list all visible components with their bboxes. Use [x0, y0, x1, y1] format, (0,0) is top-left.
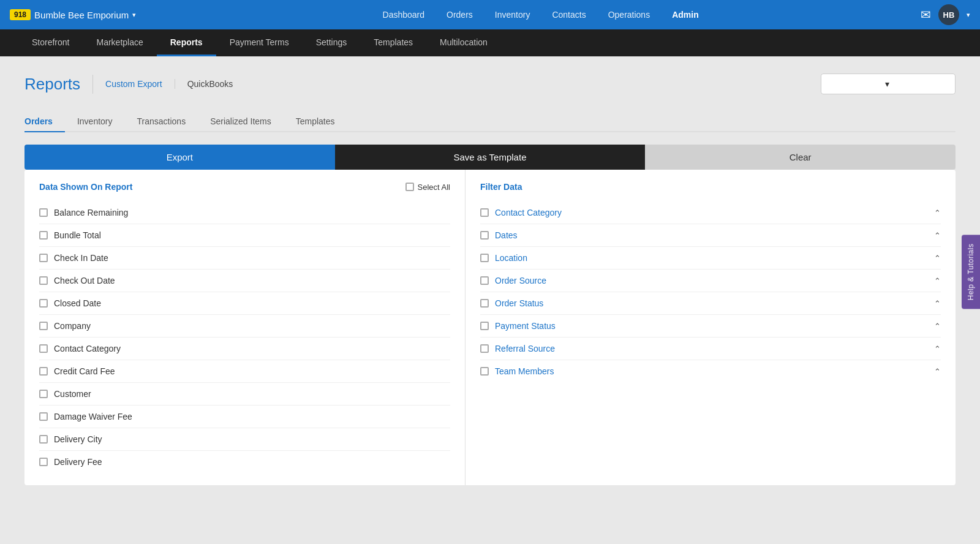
- item-checkbox[interactable]: [39, 390, 48, 398]
- filter-label: Referral Source: [495, 344, 555, 353]
- data-column-header: Data Shown On Report Select All: [39, 182, 450, 192]
- filter-checkbox[interactable]: [480, 276, 489, 285]
- subnav-payment-terms[interactable]: Payment Terms: [216, 29, 303, 56]
- filter-collapse-icon: ⌃: [934, 367, 941, 376]
- data-item: Damage Waiver Fee: [39, 406, 450, 428]
- filter-collapse-icon: ⌃: [934, 231, 941, 240]
- filter-collapse-icon: ⌃: [934, 344, 941, 353]
- subnav-templates[interactable]: Templates: [360, 29, 426, 56]
- item-checkbox[interactable]: [39, 435, 48, 444]
- select-all-checkbox[interactable]: [405, 183, 414, 191]
- item-checkbox[interactable]: [39, 322, 48, 330]
- tab-orders[interactable]: Orders: [24, 111, 65, 132]
- nav-inventory[interactable]: Inventory: [484, 0, 541, 29]
- data-item: Bundle Total: [39, 224, 450, 247]
- help-sidebar[interactable]: Help & Tutorials: [962, 235, 980, 309]
- data-item: Company: [39, 315, 450, 338]
- export-button[interactable]: Export: [24, 145, 335, 170]
- filter-item-location[interactable]: Location ⌃: [480, 247, 941, 270]
- filter-collapse-icon: ⌃: [934, 208, 941, 217]
- filter-left: Contact Category: [480, 208, 562, 217]
- clear-button[interactable]: Clear: [645, 145, 956, 170]
- nav-admin[interactable]: Admin: [661, 0, 710, 29]
- data-item: Check Out Date: [39, 270, 450, 292]
- item-label: Company: [54, 321, 91, 331]
- quickbooks-link[interactable]: QuickBooks: [175, 79, 233, 89]
- save-template-button[interactable]: Save as Template: [335, 145, 646, 170]
- report-columns: Data Shown On Report Select All Balance …: [24, 170, 956, 485]
- tab-transactions[interactable]: Transactions: [125, 111, 198, 132]
- sub-nav: Storefront Marketplace Reports Payment T…: [0, 29, 980, 56]
- nav-contacts[interactable]: Contacts: [541, 0, 597, 29]
- item-checkbox[interactable]: [39, 299, 48, 308]
- nav-operations[interactable]: Operations: [597, 0, 661, 29]
- report-dropdown[interactable]: ▾: [821, 74, 956, 94]
- store-name[interactable]: Bumble Bee Emporium ▾: [34, 10, 136, 20]
- action-buttons: Export Save as Template Clear: [24, 145, 956, 170]
- data-item: Check In Date: [39, 247, 450, 270]
- top-nav: 918 Bumble Bee Emporium ▾ Dashboard Orde…: [0, 0, 980, 29]
- filter-item-dates[interactable]: Dates ⌃: [480, 224, 941, 247]
- filter-collapse-icon: ⌃: [934, 276, 941, 285]
- filter-checkbox[interactable]: [480, 231, 489, 240]
- subnav-reports[interactable]: Reports: [157, 29, 216, 56]
- filter-checkbox[interactable]: [480, 322, 489, 330]
- item-label: Contact Category: [54, 344, 121, 353]
- filter-item-order-source[interactable]: Order Source ⌃: [480, 270, 941, 292]
- filter-left: Team Members: [480, 366, 554, 376]
- avatar-chevron-icon[interactable]: ▾: [967, 11, 970, 19]
- item-checkbox[interactable]: [39, 458, 48, 466]
- filter-left: Dates: [480, 230, 518, 240]
- tab-serialized-items[interactable]: Serialized Items: [198, 111, 284, 132]
- filter-left: Location: [480, 253, 527, 263]
- nav-dashboard[interactable]: Dashboard: [372, 0, 436, 29]
- data-item: Delivery City: [39, 428, 450, 451]
- top-nav-right: ✉ HB ▾: [921, 4, 970, 25]
- report-tabs: Orders Inventory Transactions Serialized…: [24, 111, 956, 132]
- subnav-settings[interactable]: Settings: [303, 29, 361, 56]
- item-checkbox[interactable]: [39, 412, 48, 421]
- item-checkbox[interactable]: [39, 276, 48, 285]
- nav-orders[interactable]: Orders: [435, 0, 484, 29]
- data-item: Customer: [39, 383, 450, 406]
- item-checkbox[interactable]: [39, 254, 48, 262]
- tab-inventory[interactable]: Inventory: [65, 111, 125, 132]
- avatar[interactable]: HB: [938, 4, 959, 25]
- report-dropdown-chevron-icon: ▾: [885, 79, 889, 89]
- filter-item-referral-source[interactable]: Referral Source ⌃: [480, 338, 941, 360]
- data-column: Data Shown On Report Select All Balance …: [24, 170, 466, 485]
- subnav-multilocation[interactable]: Multilocation: [426, 29, 501, 56]
- filter-item-order-status[interactable]: Order Status ⌃: [480, 292, 941, 315]
- filter-checkbox[interactable]: [480, 367, 489, 376]
- item-label: Closed Date: [54, 298, 101, 308]
- tab-templates[interactable]: Templates: [284, 111, 347, 132]
- filter-label: Team Members: [495, 366, 554, 376]
- item-checkbox[interactable]: [39, 367, 48, 376]
- notification-icon[interactable]: ✉: [921, 7, 931, 22]
- filter-item-contact-category[interactable]: Contact Category ⌃: [480, 202, 941, 224]
- filter-collapse-icon: ⌃: [934, 299, 941, 308]
- data-item: Credit Card Fee: [39, 360, 450, 383]
- data-item: Closed Date: [39, 292, 450, 315]
- filter-item-team-members[interactable]: Team Members ⌃: [480, 360, 941, 382]
- item-label: Bundle Total: [54, 230, 101, 240]
- item-checkbox[interactable]: [39, 208, 48, 217]
- store-chevron-icon: ▾: [132, 11, 136, 19]
- item-checkbox[interactable]: [39, 344, 48, 353]
- filter-checkbox[interactable]: [480, 254, 489, 262]
- item-label: Check Out Date: [54, 276, 115, 285]
- item-checkbox[interactable]: [39, 231, 48, 240]
- filter-label: Location: [495, 253, 527, 263]
- filter-checkbox[interactable]: [480, 208, 489, 217]
- subnav-storefront[interactable]: Storefront: [18, 29, 83, 56]
- filter-label: Contact Category: [495, 208, 562, 217]
- select-all-wrapper[interactable]: Select All: [405, 183, 450, 192]
- filter-column: Filter Data Contact Category ⌃ Dates ⌃: [466, 170, 956, 485]
- filter-item-payment-status[interactable]: Payment Status ⌃: [480, 315, 941, 338]
- filter-checkbox[interactable]: [480, 299, 489, 308]
- page-title: Reports: [24, 75, 93, 94]
- filter-checkbox[interactable]: [480, 344, 489, 353]
- subnav-marketplace[interactable]: Marketplace: [83, 29, 156, 56]
- filter-left: Order Source: [480, 276, 546, 285]
- custom-export-link[interactable]: Custom Export: [105, 79, 175, 89]
